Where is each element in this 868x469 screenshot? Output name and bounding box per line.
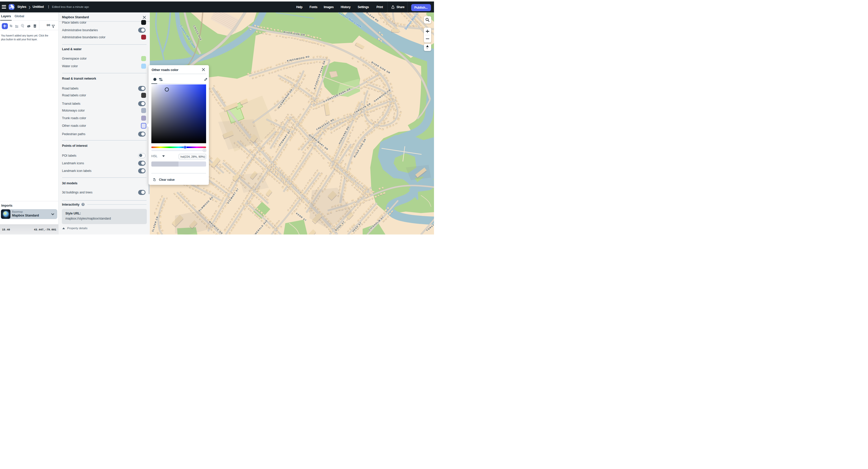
svg-text:?: ? [82,203,84,206]
